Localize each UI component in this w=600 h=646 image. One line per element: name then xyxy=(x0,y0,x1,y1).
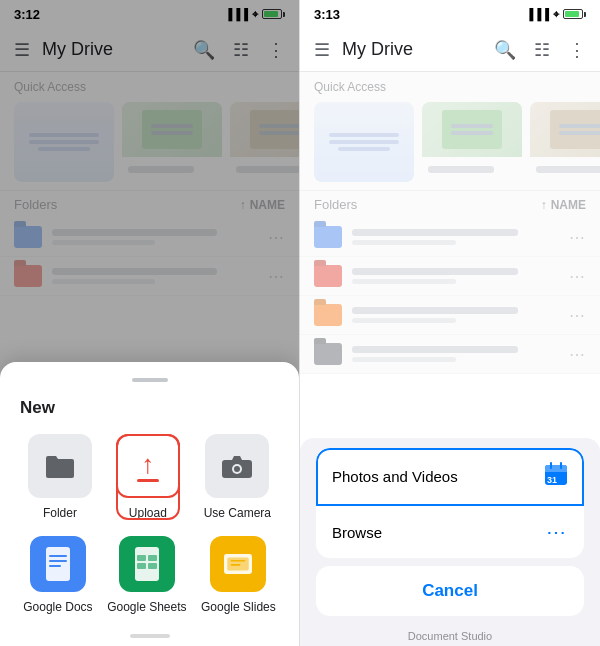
right-panel: 3:13 ▐▐▐ ⌖ ☰ My Drive 🔍 ☷ ⋮ Quick Access xyxy=(300,0,600,646)
grid-view-icon-right[interactable]: ☷ xyxy=(528,33,556,67)
browse-more-icon: ⋯ xyxy=(546,520,568,544)
browse-label: Browse xyxy=(332,524,534,541)
sheets-svg-icon xyxy=(133,547,161,581)
photos-svg-icon: 31 xyxy=(544,462,568,486)
action-row-photos[interactable]: Photos and Videos 31 xyxy=(316,448,584,506)
svg-rect-18 xyxy=(545,469,567,472)
quick-access-label-right: Quick Access xyxy=(300,72,600,98)
docs-svg-icon xyxy=(44,547,72,581)
action-row-browse[interactable]: Browse ⋯ xyxy=(316,506,584,558)
folders-header-right: Folders ↑ NAME xyxy=(300,190,600,218)
signal-icon-right: ▐▐▐ xyxy=(526,8,549,20)
svg-rect-9 xyxy=(148,555,157,561)
drive-title-right: My Drive xyxy=(342,39,482,60)
svg-rect-15 xyxy=(231,564,241,566)
battery-icon-right xyxy=(563,9,586,19)
folder-icon-r-red xyxy=(314,265,342,287)
sheet-grid-row1: Folder ↑ Upload xyxy=(0,434,299,536)
quick-access-row-right xyxy=(300,98,600,190)
sheet-grid-row2: Google Docs Google Sheets xyxy=(0,536,299,626)
action-item-group: Photos and Videos 31 Browse ⋯ xyxy=(316,448,584,558)
folder-icon-r-orange xyxy=(314,304,342,326)
wifi-icon-right: ⌖ xyxy=(553,8,559,21)
photos-icon: 31 xyxy=(544,462,568,491)
left-panel: 3:12 ▐▐▐ ⌖ ☰ My Drive 🔍 ☷ ⋮ Quick Access xyxy=(0,0,300,646)
sheet-item-sheets[interactable]: Google Sheets xyxy=(107,536,186,614)
upload-icon-box: ↑ xyxy=(116,434,180,498)
folder-more-r2[interactable]: ⋯ xyxy=(569,267,586,286)
cancel-button[interactable]: Cancel xyxy=(316,566,584,616)
sheet-item-upload[interactable]: ↑ Upload xyxy=(116,434,180,520)
folder-row-r2: ⋯ xyxy=(300,257,600,296)
folder-row-r1: ⋯ xyxy=(300,218,600,257)
drive-header-right: ☰ My Drive 🔍 ☷ ⋮ xyxy=(300,28,600,72)
sheets-icon xyxy=(119,536,175,592)
sort-name-right: NAME xyxy=(551,198,586,212)
quick-card-r3 xyxy=(530,102,600,182)
bottom-sheet: New Folder ↑ Upload xyxy=(0,362,299,646)
folder-label: Folder xyxy=(43,506,77,520)
svg-rect-10 xyxy=(137,563,146,569)
svg-point-2 xyxy=(234,466,240,472)
upload-icon: ↑ xyxy=(137,451,159,482)
docs-icon xyxy=(30,536,86,592)
sheet-item-camera[interactable]: Use Camera xyxy=(204,434,271,520)
photos-videos-label: Photos and Videos xyxy=(332,468,532,485)
status-icons-right: ▐▐▐ ⌖ xyxy=(526,8,586,21)
svg-rect-3 xyxy=(46,547,70,581)
camera-label: Use Camera xyxy=(204,506,271,520)
sheet-item-folder[interactable]: Folder xyxy=(28,434,92,520)
upload-action-sheet: Photos and Videos 31 Browse ⋯ xyxy=(300,438,600,646)
svg-text:31: 31 xyxy=(547,475,557,485)
folder-icon-r-blue xyxy=(314,226,342,248)
quick-card-r1 xyxy=(314,102,414,182)
svg-rect-8 xyxy=(137,555,146,561)
slides-icon xyxy=(210,536,266,592)
folders-label-right: Folders xyxy=(314,197,541,212)
slides-svg-icon xyxy=(224,547,252,581)
svg-rect-14 xyxy=(231,560,246,562)
slides-label: Google Slides xyxy=(201,600,276,614)
search-icon-right[interactable]: 🔍 xyxy=(488,33,522,67)
folder-icon-r-dark xyxy=(314,343,342,365)
folder-row-r4: ⋯ xyxy=(300,335,600,374)
quick-card-r2 xyxy=(422,102,522,182)
svg-rect-11 xyxy=(148,563,157,569)
home-indicator xyxy=(130,634,170,638)
more-options-icon-right[interactable]: ⋮ xyxy=(562,33,592,67)
camera-svg-icon xyxy=(220,452,254,480)
sheet-title: New xyxy=(0,398,299,434)
sheet-item-slides[interactable]: Google Slides xyxy=(201,536,276,614)
sheets-label: Google Sheets xyxy=(107,600,186,614)
folder-icon-box xyxy=(28,434,92,498)
svg-rect-4 xyxy=(49,555,67,557)
folder-more-r4[interactable]: ⋯ xyxy=(569,345,586,364)
sheet-item-docs[interactable]: Google Docs xyxy=(23,536,92,614)
status-bar-right: 3:13 ▐▐▐ ⌖ xyxy=(300,0,600,28)
folder-svg-icon xyxy=(44,452,76,480)
svg-rect-6 xyxy=(49,565,61,567)
sheet-handle xyxy=(132,378,168,382)
folder-more-r1[interactable]: ⋯ xyxy=(569,228,586,247)
camera-icon-box xyxy=(205,434,269,498)
folder-row-r3: ⋯ xyxy=(300,296,600,335)
svg-rect-5 xyxy=(49,560,67,562)
upload-label: Upload xyxy=(129,506,167,520)
hamburger-menu-icon-right[interactable]: ☰ xyxy=(308,33,336,67)
document-studio-peek: Document Studio xyxy=(300,626,600,646)
folder-more-r3[interactable]: ⋯ xyxy=(569,306,586,325)
docs-label: Google Docs xyxy=(23,600,92,614)
drive-content-right: Quick Access xyxy=(300,72,600,374)
time-right: 3:13 xyxy=(314,7,340,22)
